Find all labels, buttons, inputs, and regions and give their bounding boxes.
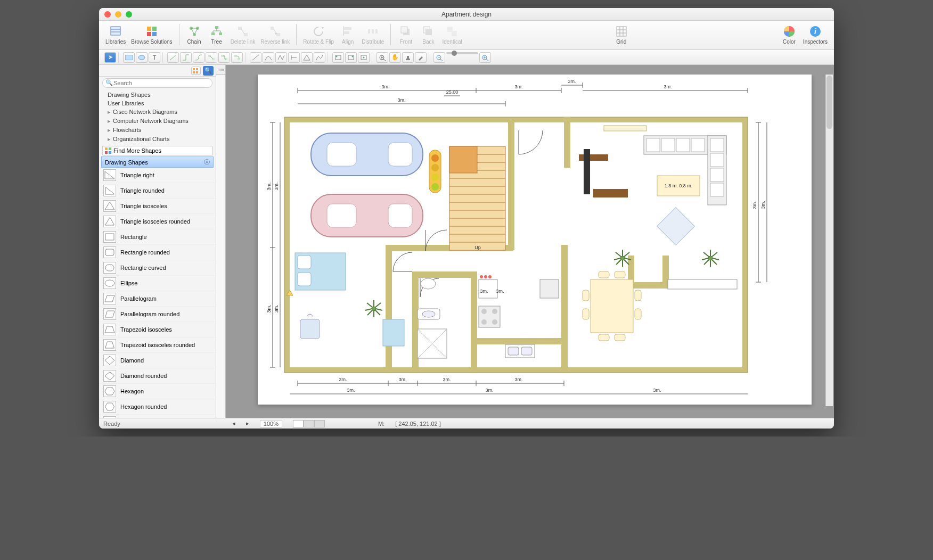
page-tabs[interactable] [293, 420, 325, 427]
svg-rect-166 [710, 153, 724, 167]
connector-5[interactable] [218, 52, 230, 63]
connector-6[interactable] [231, 52, 243, 63]
page-nav-next[interactable]: ▸ [246, 420, 249, 427]
svg-point-138 [480, 275, 483, 278]
libraries-button[interactable]: Libraries [103, 23, 128, 46]
tree-item[interactable]: Drawing Shapes [102, 90, 212, 99]
eyedrop-tool[interactable] [415, 52, 427, 63]
color-button[interactable]: Color [779, 23, 800, 46]
shape-item[interactable]: Diamond [99, 353, 216, 368]
inspectors-button[interactable]: i Inspectors [801, 23, 830, 46]
tree-item[interactable]: User Libraries [102, 99, 212, 108]
rotate-flip-button[interactable]: Rotate & Flip [301, 23, 336, 46]
search-icon: 🔍 [105, 79, 113, 86]
shape-label: Rectangle curved [120, 265, 166, 271]
search-input[interactable] [102, 78, 212, 88]
connector-4[interactable] [206, 52, 217, 63]
drawing-page[interactable]: Up [258, 75, 812, 405]
svg-rect-21 [368, 29, 370, 34]
search-toggle[interactable]: 🔍 [203, 66, 214, 76]
shape-icon [103, 293, 116, 304]
shape-icon [103, 216, 116, 227]
pen-tool-1[interactable] [288, 52, 300, 63]
view-icons[interactable] [191, 67, 201, 75]
connector-2[interactable] [180, 52, 192, 63]
zoom-out[interactable] [433, 52, 445, 63]
zoom-slider[interactable] [446, 52, 478, 54]
svg-text:3m.: 3m. [514, 84, 522, 89]
reverse-link-button[interactable]: Reverse link [258, 23, 292, 46]
tree-item[interactable]: ▸Flowcharts [102, 126, 212, 135]
main-toolbar: Libraries Browse Solutions Chain Tree De… [99, 21, 834, 50]
library-tree: Drawing Shapes User Libraries ▸Cisco Net… [99, 89, 216, 145]
shape-item[interactable]: Rectangle curved [99, 260, 216, 276]
tree-item[interactable]: ▸Computer Network Diagrams [102, 117, 212, 126]
chain-button[interactable]: Chain [184, 23, 205, 46]
svg-text:3m.: 3m. [496, 289, 504, 294]
app-window: Apartment design Libraries Browse Soluti… [99, 8, 834, 429]
shape-item[interactable]: Triangle right [99, 168, 216, 183]
front-button[interactable]: Front [395, 23, 416, 46]
back-button[interactable]: Back [418, 23, 439, 46]
zoom-value[interactable]: 100% [260, 420, 282, 427]
edit-tool-1[interactable] [332, 52, 344, 63]
svg-text:3m.: 3m. [347, 388, 355, 393]
shape-item[interactable]: Trapezoid isosceles rounded [99, 337, 216, 353]
shape-item[interactable]: Hexagon rounded [99, 399, 216, 415]
shape-item[interactable]: Hexagon [99, 384, 216, 399]
page-nav-prev[interactable]: ◂ [232, 420, 235, 427]
tree-item[interactable]: ▸Organizational Charts [102, 135, 212, 144]
shape-item[interactable]: Rectangle rounded [99, 245, 216, 260]
shape-item[interactable]: Triangle isosceles [99, 199, 216, 214]
zoom-in[interactable] [479, 52, 491, 63]
rect-tool[interactable] [123, 52, 135, 63]
distribute-button[interactable]: Distribute [359, 23, 386, 46]
tree-button[interactable]: Tree [206, 23, 227, 46]
pen-tool-3[interactable] [314, 52, 325, 63]
shape-label: Rectangle rounded [120, 249, 170, 256]
close-icon[interactable]: ⓧ [204, 158, 210, 166]
connector-1[interactable] [167, 52, 179, 63]
polyline-tool[interactable] [275, 52, 287, 63]
scrollbar-vertical[interactable] [825, 75, 833, 406]
delete-link-button[interactable]: Delete link [228, 23, 258, 46]
floor-plan[interactable]: Up [258, 75, 812, 405]
shape-item[interactable]: Trapezoid isosceles [99, 322, 216, 337]
svg-line-55 [383, 59, 386, 61]
shape-item[interactable]: Triangle rounded [99, 183, 216, 199]
shape-item[interactable]: Triangle isosceles rounded [99, 214, 216, 229]
stamp-tool[interactable] [402, 52, 414, 63]
shape-item[interactable]: Parallelogram rounded [99, 307, 216, 322]
browse-solutions-button[interactable]: Browse Solutions [129, 23, 174, 46]
align-button[interactable]: Align [337, 23, 358, 46]
zoom-in-tool[interactable] [377, 52, 388, 63]
identical-button[interactable]: Identical [440, 23, 464, 46]
shape-item[interactable]: Parallelogram [99, 291, 216, 307]
ellipse-tool[interactable] [136, 52, 148, 63]
shape-item[interactable]: Ellipse [99, 276, 216, 291]
svg-rect-5 [147, 32, 151, 36]
pointer-tool[interactable]: ➤ [104, 52, 116, 63]
shape-item[interactable]: Rectangle [99, 229, 216, 245]
edit-tool-3[interactable] [358, 52, 370, 63]
svg-rect-70 [196, 71, 198, 73]
grid-button[interactable]: Grid [611, 23, 632, 46]
svg-text:Up: Up [474, 245, 481, 250]
svg-rect-85 [412, 271, 476, 278]
shape-item[interactable]: Diamond rounded [99, 368, 216, 384]
curve-tool[interactable] [263, 52, 274, 63]
canvas-scroll[interactable]: Up [226, 75, 834, 418]
pen-tool-2[interactable] [301, 52, 313, 63]
edit-tool-2[interactable] [345, 52, 357, 63]
line-tool[interactable] [250, 52, 261, 63]
connector-3[interactable] [193, 52, 204, 63]
text-tool[interactable]: T [149, 52, 160, 63]
tree-item[interactable]: ▸Cisco Network Diagrams [102, 108, 212, 117]
hand-tool[interactable]: ✋ [389, 52, 401, 63]
find-more-shapes[interactable]: Find More Shapes [102, 146, 212, 155]
svg-text:3m.: 3m. [752, 201, 757, 209]
shape-icon [103, 339, 116, 351]
status-bar: Ready ◂ ▸ 100% M: [ 242.05, 121.02 ] [99, 418, 834, 429]
svg-rect-117 [449, 146, 477, 173]
section-header[interactable]: Drawing Shapes ⓧ [101, 157, 214, 168]
